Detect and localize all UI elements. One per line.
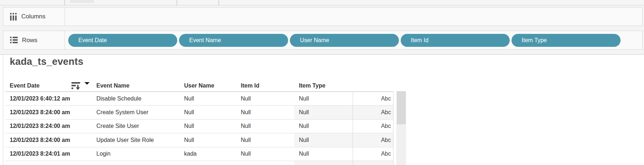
table-row[interactable]: 12/01/2023 8:24:00 amCreate Site UserNul… (5, 120, 393, 133)
column-header-abc-spacer (353, 80, 393, 92)
table-cell[interactable]: Abc (353, 133, 393, 147)
table-cell[interactable]: Login (94, 147, 182, 161)
table-cell[interactable]: Disable Schedule (94, 92, 182, 105)
table-cell[interactable]: Abc (353, 147, 393, 161)
table-cell (238, 161, 294, 165)
column-header-event-date[interactable]: Event Date (5, 80, 94, 92)
table-row[interactable]: 12/01/2023 8:24:00 amCreate System UserN… (5, 106, 393, 119)
table-cell[interactable]: 12/01/2023 8:24:00 am (5, 133, 94, 147)
sheet-title: kada_ts_events (10, 56, 83, 67)
rows-shelf: Rows Event DateEvent NameUser NameItem I… (3, 31, 643, 50)
column-header-item-id[interactable]: Item Id (238, 80, 294, 92)
table-row[interactable]: 12/01/2023 8:24:01 amLoginkadaNullNullAb… (5, 147, 393, 161)
rows-list-icon (10, 37, 18, 44)
table-cell[interactable]: Null (238, 133, 294, 147)
scrollbar-thumb[interactable] (397, 91, 406, 124)
tableau-workspace: Columns Rows Event DateEvent NameUse (0, 0, 644, 165)
table-cell[interactable]: Null (238, 92, 294, 105)
columns-shelf-label: Columns (21, 13, 45, 20)
rows-shelf-label-box: Rows (3, 31, 65, 49)
table-cell[interactable]: Create Site User (94, 120, 182, 133)
columns-bars-icon (10, 13, 17, 21)
table-row[interactable]: 12/01/2023 8:24:00 amUpdate User Site Ro… (5, 133, 393, 147)
table-cell[interactable]: Null (294, 133, 353, 147)
pill-event-date[interactable]: Event Date (68, 34, 177, 47)
sheet-view: kada_ts_events Event Date Event Name Use… (3, 55, 644, 165)
table-cell[interactable]: Null (294, 92, 353, 105)
column-header-label: Event Date (10, 82, 40, 89)
table-cell[interactable]: Null (294, 120, 353, 133)
pill-event-name[interactable]: Event Name (179, 34, 288, 47)
table-cell[interactable]: Update User Site Role (94, 133, 182, 147)
table-cell[interactable]: Null (294, 106, 353, 119)
pill-item-type[interactable]: Item Type (512, 34, 621, 47)
toolbar-remnant-strip (0, 0, 644, 5)
table-cell[interactable]: Null (238, 120, 294, 133)
table-cell[interactable]: Null (182, 120, 238, 133)
column-header-item-type[interactable]: Item Type (294, 80, 353, 92)
table-cell[interactable]: Abc (353, 120, 393, 133)
rows-shelf-label: Rows (22, 37, 38, 44)
table-cell (182, 161, 238, 165)
table-cell[interactable]: kada (182, 147, 238, 161)
table-cell[interactable]: 12/01/2023 8:24:00 am (5, 120, 94, 133)
column-header-user-name[interactable]: User Name (182, 80, 238, 92)
table-cell[interactable]: Null (182, 92, 238, 105)
column-header-event-name[interactable]: Event Name (94, 80, 182, 92)
vertical-scrollbar[interactable] (396, 91, 406, 165)
table-row[interactable]: 12/01/2023 6:40:12 amDisable ScheduleNul… (5, 92, 393, 106)
columns-shelf-drop-area[interactable] (65, 8, 642, 26)
table-cell (94, 161, 182, 165)
table-cell[interactable]: Null (182, 133, 238, 147)
table-cell[interactable]: Abc (353, 92, 393, 105)
divider (64, 0, 65, 5)
table-cell[interactable]: 12/01/2023 6:40:12 am (5, 92, 94, 105)
columns-shelf: Columns (3, 7, 643, 26)
table-cell[interactable]: 12/01/2023 8:24:01 am (5, 147, 94, 161)
table-cell[interactable]: 12/01/2023 8:24:00 am (5, 106, 94, 119)
columns-shelf-label-box: Columns (3, 8, 65, 26)
table-header-row: Event Date Event Name User Name Item Id … (5, 80, 393, 92)
table-cell (5, 161, 94, 165)
divider (218, 0, 219, 5)
data-table: Event Date Event Name User Name Item Id … (5, 80, 393, 165)
table-cell[interactable]: Null (238, 106, 294, 119)
table-row-partial (5, 161, 393, 165)
table-cell[interactable]: Null (182, 106, 238, 119)
pill-item-id[interactable]: Item Id (401, 34, 510, 47)
pill-user-name[interactable]: User Name (290, 34, 399, 47)
sort-descending-icon[interactable] (71, 82, 80, 92)
divider (177, 0, 177, 5)
rows-shelf-pills[interactable]: Event DateEvent NameUser NameItem IdItem… (65, 31, 642, 49)
table-cell (353, 161, 393, 165)
dropdown-caret-icon[interactable] (84, 82, 90, 85)
table-cell (294, 161, 353, 165)
table-body: 12/01/2023 6:40:12 amDisable ScheduleNul… (5, 92, 393, 165)
table-cell[interactable]: Null (294, 147, 353, 161)
table-cell[interactable]: Null (238, 147, 294, 161)
table-cell[interactable]: Abc (353, 106, 393, 119)
shelves-region: Columns Rows Event DateEvent NameUse (0, 0, 644, 55)
table-cell[interactable]: Create System User (94, 106, 182, 119)
toolbar-remnant-tab (70, 0, 94, 3)
